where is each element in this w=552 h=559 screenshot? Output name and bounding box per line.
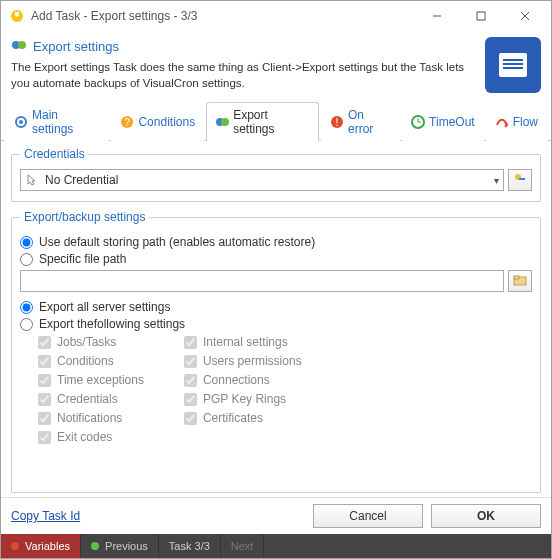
credentials-selected: No Credential [45,173,118,187]
checkbox [38,336,51,349]
svg-rect-2 [477,12,485,20]
cancel-button[interactable]: Cancel [313,504,423,528]
credentials-dropdown[interactable]: No Credential ▾ [20,169,504,191]
tab-export-settings[interactable]: Export settings [206,102,319,141]
status-variables[interactable]: Variables [1,534,81,558]
checkbox [184,412,197,425]
radio-label: Export thefollowing settings [39,317,185,331]
status-label: Previous [105,540,148,552]
radio-label: Export all server settings [39,300,170,314]
tab-label: TimeOut [429,115,475,129]
manage-credentials-button[interactable] [508,169,532,191]
radio-export-all[interactable]: Export all server settings [20,300,532,314]
radio-specific-path-input[interactable] [20,253,33,266]
header: Export settings The Export settings Task… [1,31,551,101]
svg-text:?: ? [125,117,131,128]
tab-on-error[interactable]: !On error [321,102,400,141]
credentials-legend: Credentials [20,147,89,161]
app-icon [9,8,25,24]
status-next: Next [221,534,265,558]
check-label: Connections [203,373,270,387]
export-icon [215,115,229,129]
header-description: The Export settings Task does the same t… [11,60,475,91]
flow-icon [495,115,509,129]
check-label: Credentials [57,392,118,406]
file-path-input[interactable] [20,270,504,292]
checkbox [38,393,51,406]
status-previous[interactable]: Previous [81,534,159,558]
tab-flow[interactable]: Flow [486,102,547,141]
minimize-button[interactable] [415,2,459,30]
check-item: Jobs/Tasks [38,335,144,349]
error-icon: ! [330,115,344,129]
header-title: Export settings [33,39,119,54]
check-item: Certificates [184,411,302,425]
checkbox [184,336,197,349]
check-item: Credentials [38,392,144,406]
check-label: Exit codes [57,430,112,444]
radio-default-path-input[interactable] [20,236,33,249]
radio-default-path[interactable]: Use default storing path (enables automa… [20,235,532,249]
cursor-icon [25,173,39,187]
folder-icon [513,274,527,289]
tab-conditions[interactable]: ?Conditions [111,102,204,141]
checkbox [38,374,51,387]
check-label: Notifications [57,411,122,425]
check-label: Users permissions [203,354,302,368]
dot-icon [11,542,19,550]
window-title: Add Task - Export settings - 3/3 [31,9,415,23]
button-label: Cancel [349,509,386,523]
check-label: Certificates [203,411,263,425]
tab-main-settings[interactable]: Main settings [5,102,109,141]
check-item: Time exceptions [38,373,144,387]
radio-label: Use default storing path (enables automa… [39,235,315,249]
dot-icon [91,542,99,550]
export-group: Export/backup settings Use default stori… [11,210,541,493]
export-legend: Export/backup settings [20,210,149,224]
status-task[interactable]: Task 3/3 [159,534,221,558]
footer: Copy Task Id Cancel OK [1,497,551,534]
radio-export-following-input[interactable] [20,318,33,331]
browse-button[interactable] [508,270,532,292]
check-label: Time exceptions [57,373,144,387]
check-label: Internal settings [203,335,288,349]
copy-task-id-link[interactable]: Copy Task Id [11,509,305,523]
radio-specific-path[interactable]: Specific file path [20,252,532,266]
maximize-button[interactable] [459,2,503,30]
status-label: Task 3/3 [169,540,210,552]
check-label: Jobs/Tasks [57,335,116,349]
checkbox [184,393,197,406]
checkbox [184,374,197,387]
chevron-down-icon: ▾ [494,175,499,186]
radio-label: Specific file path [39,252,126,266]
svg-rect-10 [503,67,523,69]
svg-text:!: ! [336,117,339,128]
svg-point-12 [19,120,23,124]
tab-label: Conditions [138,115,195,129]
tab-timeout[interactable]: TimeOut [402,102,484,141]
radio-export-all-input[interactable] [20,301,33,314]
check-label: Conditions [57,354,114,368]
checkbox [38,412,51,425]
export-settings-icon [11,37,27,56]
header-large-icon [485,37,541,93]
radio-export-following[interactable]: Export thefollowing settings [20,317,532,331]
tab-bar: Main settings ?Conditions Export setting… [1,101,551,141]
svg-rect-9 [503,63,523,65]
ok-button[interactable]: OK [431,504,541,528]
check-item: Exit codes [38,430,144,444]
tab-label: Export settings [233,108,310,136]
button-label: OK [477,509,495,523]
status-label: Next [231,540,254,552]
svg-rect-25 [514,276,519,279]
svg-point-6 [18,41,26,49]
check-item: Notifications [38,411,144,425]
checkbox [38,355,51,368]
key-icon [513,172,527,189]
close-button[interactable] [503,2,547,30]
gear-icon [14,115,28,129]
tab-label: Main settings [32,108,100,136]
svg-rect-23 [519,178,525,180]
svg-point-16 [221,118,229,126]
question-icon: ? [120,115,134,129]
